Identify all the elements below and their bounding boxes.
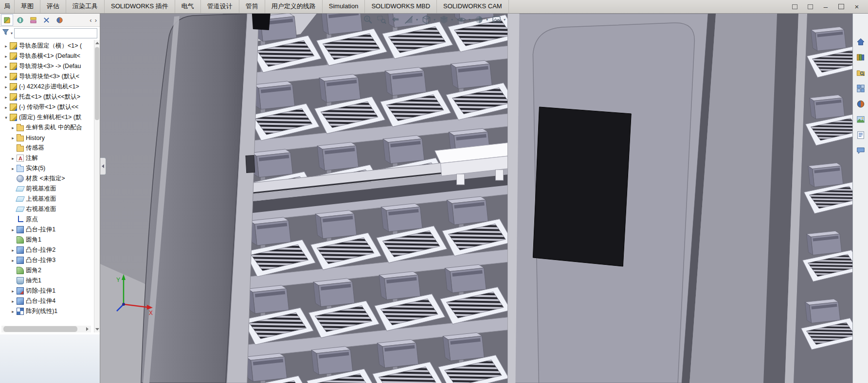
tree-item[interactable]: ▸凸台-拉伸2 [0, 245, 94, 255]
expand-arrow-icon[interactable]: ▸ [10, 136, 16, 140]
edit-appearance-icon[interactable] [474, 15, 484, 25]
design-library-icon[interactable] [855, 52, 867, 63]
menu-tab[interactable]: 渲染工具 [66, 0, 105, 13]
file-explorer-icon[interactable] [855, 67, 867, 79]
view-settings-icon[interactable] [491, 15, 502, 25]
displaymanager-tab[interactable] [54, 14, 66, 26]
restore-button[interactable] [837, 2, 846, 11]
tree-item[interactable]: 传感器 [0, 143, 94, 153]
expand-arrow-icon[interactable]: ▸ [3, 105, 9, 110]
minimize-button[interactable]: – [821, 2, 830, 11]
tree-item[interactable]: 抽壳1 [0, 276, 94, 286]
expand-arrow-icon[interactable]: ▸ [10, 227, 16, 232]
dropdown-caret-icon[interactable]: ▾ [504, 17, 506, 22]
menu-tab[interactable]: 用户定义的线路 [265, 0, 323, 13]
tree-item[interactable]: ▸凸台-拉伸4 [0, 296, 94, 306]
tree-item[interactable]: ▸导轨条横<1> (Default< [0, 51, 94, 61]
expand-arrow-icon[interactable]: ▸ [10, 125, 16, 130]
close-button[interactable]: × [852, 2, 861, 11]
expand-arrow-icon[interactable]: ▸ [3, 64, 9, 69]
tree-item[interactable]: ▸托盘<1> (默认<<默认> [0, 92, 94, 102]
expand-arrow-icon[interactable]: ▸ [10, 166, 16, 171]
horizontal-scroll-thumb[interactable] [3, 326, 77, 332]
tree-item[interactable]: ▸注解 [0, 153, 94, 163]
scenes-icon[interactable] [855, 114, 867, 125]
tree-item[interactable]: ▸阵列(线性)1 [0, 306, 94, 316]
home-icon[interactable] [855, 36, 867, 48]
tree-item[interactable]: ▸切除-拉伸1 [0, 286, 94, 296]
tree-item[interactable]: 圆角1 [0, 235, 94, 245]
expand-arrow-icon[interactable]: ▾ [3, 115, 9, 120]
menu-tab[interactable]: SOLIDWORKS 插件 [105, 0, 175, 13]
vertical-scroll-thumb[interactable] [95, 47, 99, 120]
menu-tab[interactable]: SOLIDWORKS MBD [365, 0, 437, 13]
forum-icon[interactable] [855, 145, 867, 157]
zoom-fit-icon[interactable] [363, 15, 373, 25]
tree-item[interactable]: ▸(-) 42X42步进电机<1> [0, 82, 94, 92]
tree-item[interactable]: ▸导轨条固定（横）<1> ( [0, 41, 94, 51]
tree-item[interactable]: ▸凸台-拉伸3 [0, 255, 94, 265]
menu-tab[interactable]: SOLIDWORKS CAM [437, 0, 509, 13]
tree-item[interactable]: ▸凸台-拉伸1 [0, 225, 94, 235]
filter-funnel-icon[interactable] [2, 29, 9, 38]
menu-tab[interactable]: 管道设计 [201, 0, 239, 13]
panel-toggle2-icon[interactable] [806, 2, 814, 11]
scroll-right-icon[interactable] [84, 327, 90, 331]
expand-arrow-icon[interactable]: ▸ [10, 289, 16, 294]
expand-arrow-icon[interactable]: ▸ [10, 258, 16, 263]
panel-collapse-handle[interactable] [100, 157, 106, 175]
panel-toggle-icon[interactable] [790, 2, 799, 11]
view-palette-icon[interactable] [855, 83, 867, 94]
section-view-icon[interactable] [404, 15, 414, 25]
tab-scroll-right-icon[interactable]: › [95, 17, 97, 24]
expand-arrow-icon[interactable]: ▸ [3, 95, 9, 100]
tree-item[interactable]: ▾(固定) 生鲜机柜<1> (默 [0, 112, 94, 122]
expand-arrow-icon[interactable]: ▸ [10, 299, 16, 304]
tab-scroll-left-icon[interactable]: ‹ [90, 17, 91, 24]
configurationmanager-tab[interactable] [27, 14, 39, 26]
tree-item[interactable]: ▸生鲜售卖机 中的配合 [0, 122, 94, 133]
tree-item[interactable]: 前视基准面 [0, 184, 94, 194]
dropdown-caret-icon[interactable]: ▾ [451, 17, 453, 22]
filter-caret-icon[interactable]: ▾ [11, 31, 13, 35]
tree-item[interactable]: ▸History [0, 133, 94, 143]
tree-item[interactable]: ▸实体(5) [0, 163, 94, 174]
tree-item[interactable]: 材质 <未指定> [0, 174, 94, 184]
menu-tab[interactable]: 评估 [40, 0, 66, 13]
tree-item[interactable]: 右视基准面 [0, 204, 94, 214]
menu-tab[interactable]: 局 [0, 0, 15, 13]
tree-item[interactable]: ▸导轨滑块<3> -> (Defau [0, 61, 94, 71]
dropdown-caret-icon[interactable]: ▾ [434, 17, 435, 22]
expand-arrow-icon[interactable]: ▸ [10, 248, 16, 253]
dropdown-caret-icon[interactable]: ▾ [469, 17, 470, 22]
expand-arrow-icon[interactable]: ▸ [10, 156, 16, 161]
expand-arrow-icon[interactable]: ▸ [3, 44, 9, 49]
tree-filter-input[interactable] [14, 28, 97, 38]
appearances-icon[interactable] [855, 98, 867, 110]
scroll-up-icon[interactable] [94, 40, 100, 46]
menu-tab[interactable]: Simulation [323, 0, 365, 13]
tree-item[interactable]: 上视基准面 [0, 194, 94, 204]
expand-arrow-icon[interactable]: ▸ [3, 54, 9, 59]
view-orientation-icon[interactable] [421, 15, 432, 25]
tree-item[interactable]: ▸(-) 传动带<1> (默认<< [0, 102, 94, 112]
tree-horizontal-scrollbar[interactable] [1, 326, 91, 332]
tree-item[interactable]: 圆角2 [0, 265, 94, 276]
menu-tab[interactable]: 电气 [175, 0, 201, 13]
featuremanager-tree-tab[interactable] [1, 14, 13, 26]
dropdown-caret-icon[interactable]: ▾ [416, 17, 418, 22]
zoom-area-icon[interactable] [377, 15, 387, 25]
menu-tab[interactable]: 管筒 [239, 0, 265, 13]
propertymanager-tab[interactable] [14, 14, 26, 26]
previous-view-icon[interactable] [390, 15, 400, 25]
tree-item[interactable]: 原点 [0, 214, 94, 225]
expand-arrow-icon[interactable]: ▸ [3, 74, 9, 79]
expand-arrow-icon[interactable]: ▸ [10, 309, 16, 314]
display-style-icon[interactable] [439, 15, 449, 25]
menu-tab[interactable]: 草图 [15, 0, 40, 13]
tree-item[interactable]: ▸导轨滑块垫<3> (默认< [0, 71, 94, 82]
dropdown-caret-icon[interactable]: ▾ [486, 17, 488, 22]
graphics-area[interactable]: Y X ▾▾▾▾▾▾ [100, 14, 852, 383]
expand-arrow-icon[interactable]: ▸ [3, 85, 9, 89]
dimxpertmanager-tab[interactable] [40, 14, 53, 26]
